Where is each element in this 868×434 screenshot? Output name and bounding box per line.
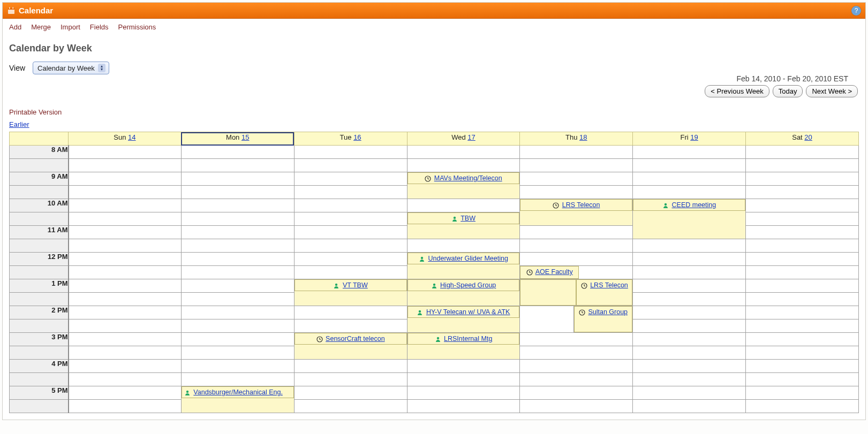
cell[interactable] [633, 319, 746, 333]
event-vandsburger[interactable]: Vandsburger/Mechanical Eng. [182, 386, 294, 398]
cell[interactable]: VT TBW [294, 279, 407, 306]
cell[interactable] [746, 400, 859, 413]
cell[interactable] [69, 306, 182, 319]
today-button[interactable]: Today [773, 85, 803, 97]
cell[interactable] [294, 266, 407, 279]
cell[interactable]: LRS Telecon [520, 279, 633, 306]
cell[interactable] [181, 319, 294, 333]
cell[interactable] [181, 373, 294, 386]
cell[interactable] [407, 159, 520, 172]
cell[interactable] [294, 226, 407, 239]
cell[interactable] [520, 172, 633, 186]
cell[interactable] [407, 199, 520, 212]
cell[interactable]: LRSInternal Mtg [407, 333, 520, 360]
cell[interactable]: LRS Telecon [520, 199, 633, 226]
cell[interactable] [294, 373, 407, 386]
cell[interactable] [294, 239, 407, 253]
cell[interactable] [69, 159, 182, 172]
cell[interactable] [520, 333, 633, 346]
cell[interactable] [520, 360, 633, 373]
cell[interactable] [294, 253, 407, 266]
event-vt-tbw[interactable]: VT TBW [295, 279, 407, 291]
cell[interactable] [746, 386, 859, 400]
cell[interactable] [520, 400, 633, 413]
cell[interactable] [407, 239, 520, 253]
cell[interactable] [633, 279, 746, 293]
cell[interactable] [520, 159, 633, 172]
cell[interactable] [520, 373, 633, 386]
cell[interactable] [69, 279, 182, 293]
cell[interactable] [181, 346, 294, 360]
cell[interactable] [520, 386, 633, 400]
cell[interactable] [633, 146, 746, 159]
cell[interactable] [520, 186, 633, 199]
printable-version-link[interactable]: Printable Version [9, 108, 62, 116]
cell[interactable] [746, 319, 859, 333]
cell[interactable] [294, 199, 407, 212]
cell[interactable] [746, 373, 859, 386]
cell[interactable] [633, 172, 746, 186]
cell[interactable] [633, 333, 746, 346]
cell[interactable] [407, 386, 520, 400]
cell[interactable] [69, 319, 182, 333]
event-lrs-internal[interactable]: LRSInternal Mtg [407, 333, 520, 345]
cell[interactable] [181, 212, 294, 226]
day-header-sat[interactable]: Sat 20 [746, 132, 859, 146]
cell[interactable] [407, 360, 520, 373]
cell[interactable] [633, 373, 746, 386]
cell[interactable] [746, 226, 859, 239]
cell[interactable] [407, 400, 520, 413]
cell[interactable] [633, 386, 746, 400]
cell[interactable]: CEED meeting [633, 199, 746, 239]
cell[interactable] [69, 266, 182, 279]
earlier-link[interactable]: Earlier [9, 120, 29, 128]
event-ceed[interactable]: CEED meeting [633, 199, 745, 211]
day-header-tue[interactable]: Tue 16 [294, 132, 407, 146]
cell[interactable] [633, 306, 746, 319]
cell[interactable] [294, 159, 407, 172]
cell[interactable] [407, 373, 520, 386]
cell[interactable] [181, 306, 294, 319]
event-underwater[interactable]: Underwater Glider Meeting [407, 253, 520, 264]
cell[interactable] [181, 226, 294, 239]
event-sultan[interactable]: Sultan Group [574, 306, 632, 332]
cell[interactable] [69, 346, 182, 360]
cell[interactable] [407, 146, 520, 159]
cell[interactable] [746, 266, 859, 279]
day-header-fri[interactable]: Fri 19 [633, 132, 746, 146]
cell[interactable] [69, 373, 182, 386]
cell[interactable] [633, 253, 746, 266]
day-header-sun[interactable]: Sun 14 [69, 132, 182, 146]
cell[interactable] [181, 146, 294, 159]
cell[interactable] [181, 360, 294, 373]
cell[interactable]: Underwater Glider Meeting [407, 253, 520, 279]
cell[interactable] [746, 306, 859, 319]
cell[interactable] [294, 319, 407, 333]
cell[interactable] [294, 306, 407, 319]
cell[interactable] [181, 333, 294, 346]
cell[interactable] [69, 172, 182, 186]
event-mavs[interactable]: MAVs Meeting/Telecon [407, 172, 520, 184]
cell[interactable] [633, 360, 746, 373]
menu-import[interactable]: Import [61, 23, 80, 31]
cell[interactable]: SensorCraft telecon [294, 333, 407, 360]
next-week-button[interactable]: Next Week > [806, 85, 858, 97]
cell[interactable] [746, 346, 859, 360]
cell[interactable]: Sultan Group [520, 306, 633, 333]
cell[interactable] [746, 186, 859, 199]
cell[interactable]: Vandsburger/Mechanical Eng. [181, 386, 294, 413]
event-lrs-telecon2[interactable]: LRS Telecon [576, 279, 632, 306]
cell[interactable] [746, 212, 859, 226]
event-sensorcraft[interactable]: SensorCraft telecon [295, 333, 407, 345]
cell[interactable] [181, 186, 294, 199]
cell[interactable] [633, 293, 746, 306]
day-header-thu[interactable]: Thu 18 [520, 132, 633, 146]
menu-permissions[interactable]: Permissions [118, 23, 156, 31]
cell[interactable] [69, 199, 182, 212]
help-icon[interactable]: ? [851, 6, 861, 16]
cell[interactable] [294, 400, 407, 413]
cell[interactable] [69, 253, 182, 266]
cell[interactable] [633, 239, 746, 253]
cell[interactable] [746, 279, 859, 293]
cell[interactable] [746, 146, 859, 159]
